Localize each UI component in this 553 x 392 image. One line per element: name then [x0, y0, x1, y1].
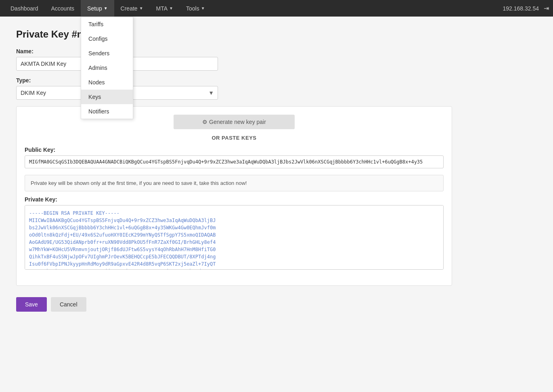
setup-dropdown-menu: Tariffs Configs Senders Admins Nodes Key… — [81, 17, 133, 119]
warning-text: Private key will be shown only at the fi… — [31, 180, 247, 186]
mta-arrow-icon: ▼ — [169, 6, 173, 10]
dropdown-senders[interactable]: Senders — [81, 46, 133, 61]
create-arrow-icon: ▼ — [139, 6, 143, 10]
dropdown-admins[interactable]: Admins — [81, 61, 133, 75]
nav-setup[interactable]: Setup ▼ Tariffs Configs Senders Admins N… — [81, 0, 114, 17]
nav-mta[interactable]: MTA ▼ — [150, 0, 180, 17]
ip-address: 192.168.32.54 — [503, 5, 539, 12]
nav-create[interactable]: Create ▼ — [114, 0, 150, 17]
dropdown-configs[interactable]: Configs — [81, 31, 133, 46]
cancel-button[interactable]: Cancel — [51, 297, 86, 312]
generate-key-pair-button[interactable]: ⚙ Generate new key pair — [174, 115, 295, 129]
dropdown-nodes[interactable]: Nodes — [81, 75, 133, 90]
nav-accounts[interactable]: Accounts — [45, 0, 81, 17]
private-key-group: Private Key: — [25, 196, 444, 271]
nav-dashboard[interactable]: Dashboard — [4, 0, 45, 17]
action-buttons: Save Cancel — [16, 297, 537, 312]
dropdown-keys[interactable]: Keys — [81, 90, 133, 104]
private-key-wrapper — [25, 205, 444, 271]
dropdown-notifiers[interactable]: Notifiers — [81, 104, 133, 119]
public-key-label: Public Key: — [25, 147, 444, 153]
public-key-group: Public Key: — [25, 147, 444, 168]
logout-icon[interactable]: ⇥ — [544, 4, 549, 12]
public-key-input[interactable] — [25, 155, 444, 168]
nav-tools[interactable]: Tools ▼ — [180, 0, 212, 17]
warning-box: Private key will be shown only at the fi… — [25, 175, 444, 191]
key-card: ⚙ Generate new key pair OR PASTE KEYS Pu… — [16, 106, 452, 286]
save-button[interactable]: Save — [16, 297, 47, 312]
gear-icon: ⚙ — [202, 119, 207, 125]
tools-arrow-icon: ▼ — [201, 6, 205, 10]
dropdown-tariffs[interactable]: Tariffs — [81, 17, 133, 31]
top-navigation: Dashboard Accounts Setup ▼ Tariffs Confi… — [0, 0, 553, 17]
private-key-label: Private Key: — [25, 196, 444, 203]
setup-arrow-icon: ▼ — [104, 6, 108, 10]
private-key-textarea[interactable] — [25, 205, 444, 270]
topnav-right: 192.168.32.54 ⇥ — [503, 4, 549, 12]
or-paste-label: OR PASTE KEYS — [25, 135, 444, 141]
